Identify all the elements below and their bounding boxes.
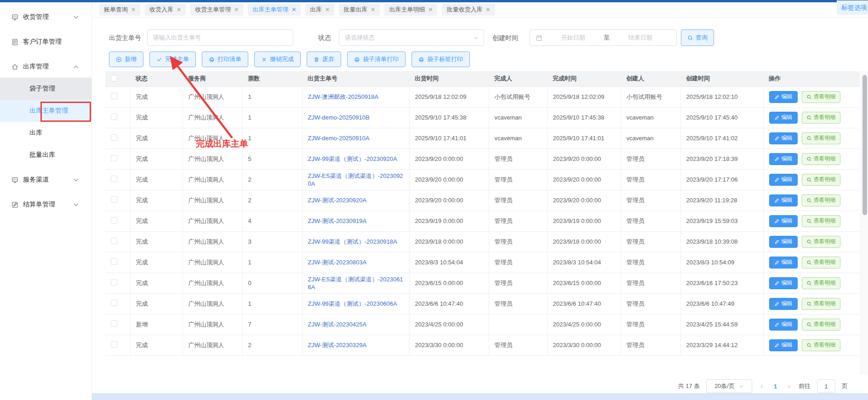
query-button[interactable]: 查询 xyxy=(681,29,714,46)
tab-close-icon[interactable]: ✕ xyxy=(325,7,330,12)
row-checkbox[interactable] xyxy=(111,320,117,327)
scrollbar-thumb[interactable] xyxy=(862,75,867,215)
sidebar-item-3[interactable]: 出库管理 xyxy=(0,56,91,78)
edit-button[interactable]: 编辑 xyxy=(769,194,798,206)
tab-3[interactable]: 收货主单管理✕ xyxy=(190,4,243,16)
edit-button[interactable]: 编辑 xyxy=(769,112,798,124)
sidebar-subitem-出库主单管理[interactable]: 出库主单管理 xyxy=(0,100,91,122)
废弃-button[interactable]: 废弃 xyxy=(307,51,341,67)
order-no-link[interactable]: ZJW-测试-20230920A xyxy=(308,197,367,204)
撤销完成-button[interactable]: 撤销完成 xyxy=(254,51,301,67)
sidebar-item-4[interactable]: 服务渠道 xyxy=(0,169,91,191)
prev-page-button[interactable]: ‹ xyxy=(759,383,765,390)
vertical-scrollbar[interactable] xyxy=(861,71,868,375)
goto-page-input[interactable] xyxy=(817,379,835,393)
view-detail-button[interactable]: 查看明细 xyxy=(802,132,840,144)
view-detail-button[interactable]: 查看明细 xyxy=(802,91,840,103)
order-no-link[interactable]: ZJW-99渠道（测试）-20230918A xyxy=(308,238,397,245)
view-detail-button[interactable]: 查看明细 xyxy=(802,298,840,310)
tab-7[interactable]: 出库主单明细✕ xyxy=(384,4,437,16)
order-no-link[interactable]: ZJW-澳洲邮政-20250918A xyxy=(308,93,379,100)
edit-button[interactable]: 编辑 xyxy=(769,153,798,165)
edit-button[interactable]: 编辑 xyxy=(769,236,798,248)
sidebar-item-5[interactable]: 结算单管理 xyxy=(0,194,91,216)
select-all-checkbox[interactable] xyxy=(111,75,117,81)
tab-close-icon[interactable]: ✕ xyxy=(428,7,433,12)
date-range-picker[interactable]: 开始日期 至 结束日期 xyxy=(530,29,677,46)
order-no-link[interactable]: ZJW-ES渠道（测试渠道）-20230616A xyxy=(308,276,403,291)
row-checkbox[interactable] xyxy=(111,238,117,244)
status-select[interactable]: 请选择状态 xyxy=(339,29,484,46)
cell-ship_time: 2025/9/10 17:41:01 xyxy=(409,128,489,149)
row-checkbox[interactable] xyxy=(111,93,117,99)
row-checkbox[interactable] xyxy=(111,279,117,286)
edit-button[interactable]: 编辑 xyxy=(769,298,798,310)
edit-button[interactable]: 编辑 xyxy=(769,132,798,144)
order-no-link[interactable]: ZJW-demo-20250910A xyxy=(308,135,370,142)
row-checkbox[interactable] xyxy=(111,176,117,182)
next-page-button[interactable]: › xyxy=(786,383,792,390)
order-no-link[interactable]: ZJW-测试-20230919A xyxy=(308,217,367,224)
view-detail-button[interactable]: 查看明细 xyxy=(802,339,840,351)
完成主单-button[interactable]: 完成主单 xyxy=(149,51,196,67)
tab-close-icon[interactable]: ✕ xyxy=(177,7,181,12)
row-checkbox[interactable] xyxy=(111,341,117,348)
edit-button[interactable]: 编辑 xyxy=(769,91,798,103)
bottom-scroll-band[interactable] xyxy=(92,393,868,400)
view-detail-button[interactable]: 查看明细 xyxy=(802,236,840,248)
tab-close-icon[interactable]: ✕ xyxy=(291,7,296,12)
order-no-link[interactable]: ZJW-ES渠道（测试渠道）-20230920A xyxy=(308,172,403,187)
edit-button[interactable]: 编辑 xyxy=(769,319,798,331)
view-detail-button[interactable]: 查看明细 xyxy=(802,319,840,331)
view-detail-button[interactable]: 查看明细 xyxy=(802,215,840,227)
tab-4[interactable]: 出库主单管理✕ xyxy=(248,4,301,16)
edit-button[interactable]: 编辑 xyxy=(769,215,798,227)
page-size-select[interactable]: 20条/页 xyxy=(706,379,752,393)
袋子标签打印-button[interactable]: 袋子标签打印 xyxy=(411,51,470,67)
新增-button[interactable]: 新增 xyxy=(109,51,143,67)
order-no-input[interactable]: 请输入出货主单号 xyxy=(147,29,293,46)
current-page[interactable]: 1 xyxy=(771,383,780,390)
edit-button[interactable]: 编辑 xyxy=(769,277,798,289)
view-detail-button[interactable]: 查看明细 xyxy=(802,153,840,165)
tab-close-icon[interactable]: ✕ xyxy=(131,7,136,12)
row-checkbox[interactable] xyxy=(111,217,117,223)
edit-button[interactable]: 编辑 xyxy=(769,257,798,269)
sidebar-subitem-出库[interactable]: 出库 xyxy=(0,122,91,144)
view-detail-button[interactable]: 查看明细 xyxy=(802,194,840,206)
order-no-link[interactable]: ZJW-99渠道（测试）-20230920A xyxy=(308,155,397,162)
edit-button[interactable]: 编辑 xyxy=(769,174,798,186)
order-no-link[interactable]: ZJW-测试-20230329A xyxy=(308,342,367,349)
order-no-link[interactable]: ZJW-demo-20250910B xyxy=(308,114,370,121)
row-checkbox[interactable] xyxy=(111,114,117,120)
row-checkbox[interactable] xyxy=(111,258,117,265)
sidebar-subitem-批量出库[interactable]: 批量出库 xyxy=(0,144,91,166)
order-no-link[interactable]: ZJW-测试-20230425A xyxy=(308,321,367,328)
view-detail-button[interactable]: 查看明细 xyxy=(802,112,840,124)
tab-8[interactable]: 批量收货入库✕ xyxy=(442,4,495,16)
袋子清单打印-button[interactable]: 袋子清单打印 xyxy=(347,51,405,67)
tab-2[interactable]: 收货入库✕ xyxy=(145,4,186,16)
tab-close-icon[interactable]: ✕ xyxy=(234,7,239,12)
cell-completer: 管理员 xyxy=(489,190,547,211)
row-checkbox[interactable] xyxy=(111,196,117,203)
view-detail-button[interactable]: 查看明细 xyxy=(802,174,840,186)
view-detail-button[interactable]: 查看明细 xyxy=(802,257,840,269)
tab-close-icon[interactable]: ✕ xyxy=(371,7,375,12)
row-checkbox[interactable] xyxy=(111,134,117,141)
sidebar-subitem-袋子管理[interactable]: 袋子管理 xyxy=(0,78,91,100)
sidebar-item-1[interactable]: 收货管理 xyxy=(0,6,91,28)
tab-close-icon[interactable]: ✕ xyxy=(485,7,490,12)
row-checkbox[interactable] xyxy=(111,155,117,161)
order-no-link[interactable]: ZJW-99渠道（测试）-20230606A xyxy=(308,300,397,307)
tab-5[interactable]: 出库✕ xyxy=(305,4,334,16)
view-detail-button[interactable]: 查看明细 xyxy=(802,277,840,289)
edit-button[interactable]: 编辑 xyxy=(769,339,798,351)
row-checkbox[interactable] xyxy=(111,300,117,306)
打印清单-button[interactable]: 打印清单 xyxy=(202,51,248,67)
label-options-button[interactable]: 标签选项 xyxy=(837,0,868,15)
tab-6[interactable]: 批量出库✕ xyxy=(339,4,380,16)
order-no-link[interactable]: ZJW-测试-20230803A xyxy=(308,259,367,266)
sidebar-item-2[interactable]: 客户订单管理 xyxy=(0,31,91,53)
tab-1[interactable]: 账单查询✕ xyxy=(99,4,140,16)
